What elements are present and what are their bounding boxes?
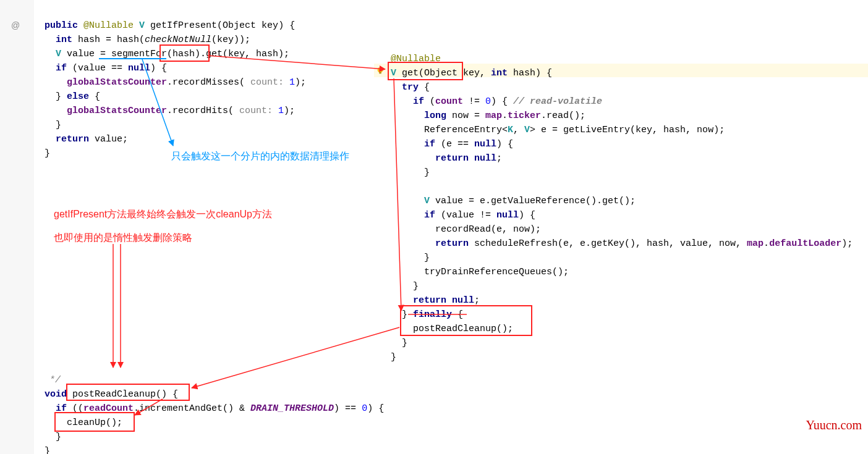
- code-line: }: [56, 430, 61, 444]
- code-line: if (value != null) {: [424, 208, 535, 222]
- code-line: void postReadCleanup() {: [45, 387, 178, 401]
- code-line: if (value == null) {: [56, 61, 167, 75]
- code-line: V value = segmentFor(hash).get(key, hash…: [56, 47, 289, 61]
- code-line: return value;: [56, 132, 128, 146]
- code-line: }: [56, 118, 61, 132]
- code-line: }: [391, 350, 396, 364]
- code-line: ReferenceEntry<K, V> e = getLiveEntry(ke…: [424, 123, 725, 137]
- code-line: globalStatsCounter.recordMisses( count: …: [67, 75, 306, 90]
- svg-rect-1: [379, 72, 381, 74]
- lightbulb-icon[interactable]: [376, 66, 385, 75]
- code-line: if (e == null) {: [424, 137, 513, 151]
- code-line: try {: [402, 80, 430, 95]
- annotation-blue: 只会触发这一个分片的内的数据清理操作: [171, 149, 349, 163]
- code-line: tryDrainReferenceQueues();: [424, 265, 569, 279]
- code-line: V get(Object key, int hash) {: [391, 66, 552, 80]
- code-line: public @Nullable V getIfPresent(Object k…: [45, 19, 295, 33]
- svg-line-4: [394, 78, 401, 311]
- gutter: [0, 0, 34, 454]
- code-line: recordRead(e, now);: [435, 222, 541, 237]
- code-line: V value = e.getValueReference().get();: [424, 194, 636, 208]
- code-line: }: [424, 251, 430, 265]
- code-line: globalStatsCounter.recordHits( count: 1)…: [67, 104, 295, 118]
- code-line: } finally {: [402, 308, 463, 322]
- code-line: cleanUp();: [67, 416, 122, 430]
- code-line: if ((readCount.incrementAndGet() & DRAIN…: [56, 401, 384, 416]
- code-line: */: [49, 373, 61, 387]
- code-line: return scheduleRefresh(e, e.getKey(), ha…: [435, 237, 853, 251]
- gutter-at-sign: @: [11, 19, 20, 33]
- annotation-red-2: 也即使用的是惰性触发删除策略: [54, 230, 192, 245]
- code-line: }: [402, 336, 407, 350]
- code-line: return null;: [435, 151, 502, 166]
- code-line: } else {: [56, 90, 100, 104]
- code-line: }: [45, 444, 50, 454]
- code-line: postReadCleanup();: [413, 322, 513, 336]
- code-line: }: [424, 166, 430, 180]
- code-line: }: [45, 146, 50, 161]
- code-line: return null;: [413, 293, 480, 308]
- code-line: @Nullable: [391, 52, 441, 66]
- annotation-red-1: getIfPresent方法最终始终会触发一次cleanUp方法: [54, 207, 272, 221]
- svg-point-0: [378, 67, 383, 73]
- svg-line-5: [192, 327, 399, 388]
- watermark: Yuucn.com: [806, 418, 862, 432]
- code-line: long now = map.ticker.read();: [424, 109, 585, 123]
- code-line: if (count != 0) { // read-volatile: [413, 95, 602, 109]
- blue-underline: [99, 58, 166, 59]
- code-line: int hash = hash(checkNotNull(key));: [56, 33, 250, 47]
- code-line: }: [413, 279, 419, 293]
